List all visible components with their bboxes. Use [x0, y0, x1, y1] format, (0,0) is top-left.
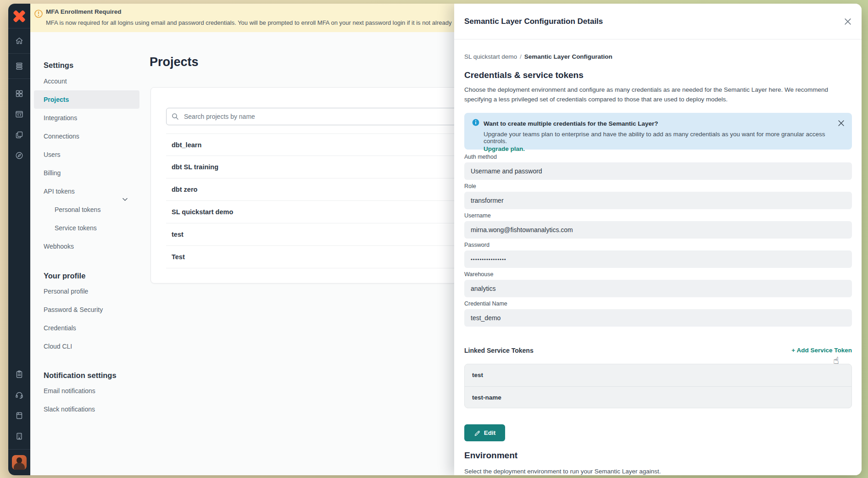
banner-message: MFA is now required for all logins using… — [46, 19, 454, 26]
your-profile-heading: Your profile — [34, 269, 139, 282]
support-headset-icon[interactable] — [8, 384, 30, 405]
info-box-body: Upgrade your teams plan to enterprise an… — [484, 131, 845, 145]
settings-nav: Settings Account Projects Integrations C… — [34, 60, 139, 418]
field-auth-method: Auth method Username and password — [464, 153, 852, 180]
explore-compass-icon[interactable] — [8, 145, 30, 166]
breadcrumb-current: Semantic Layer Configuration — [524, 53, 612, 60]
dbt-logo-icon — [13, 10, 26, 22]
info-icon — [472, 118, 480, 128]
sidebar-item-cloud-cli[interactable]: Cloud CLI — [34, 337, 139, 356]
credentials-section-heading: Credentials & service tokens — [464, 70, 584, 80]
sidebar-item-personal-profile[interactable]: Personal profile — [34, 282, 139, 300]
organization-building-icon[interactable] — [8, 426, 30, 446]
sidebar-item-connections[interactable]: Connections — [34, 127, 139, 145]
token-row-test-name: test-name — [465, 386, 851, 408]
search-box — [166, 108, 460, 125]
deploy-stack-icon[interactable] — [8, 54, 30, 79]
app-window: MFA Enrollment Required MFA is now requi… — [8, 4, 862, 475]
upgrade-plan-link[interactable]: Upgrade plan. — [484, 145, 525, 152]
breadcrumb-separator: / — [517, 53, 524, 60]
dashboard-grid-icon[interactable] — [8, 83, 30, 104]
field-label: Role — [464, 183, 852, 190]
sidebar-item-credentials[interactable]: Credentials — [34, 319, 139, 337]
token-row-test: test — [465, 364, 851, 386]
sidebar-item-integrations[interactable]: Integrations — [34, 109, 139, 127]
pencil-icon — [474, 429, 481, 436]
field-label: Credential Name — [464, 300, 852, 307]
credential-name-value: test_demo — [464, 309, 852, 327]
username-value: mirna.wong@fishtownanalytics.com — [464, 221, 852, 239]
edit-button[interactable]: Edit — [464, 424, 505, 441]
credentials-section-description: Choose the deployment environment and co… — [464, 85, 852, 104]
token-list: test test-name — [464, 364, 852, 408]
settings-heading: Settings — [34, 60, 139, 71]
develop-code-icon[interactable] — [8, 104, 30, 124]
icon-sidebar — [8, 4, 30, 475]
sidebar-item-label: API tokens — [44, 188, 75, 195]
user-avatar[interactable] — [12, 455, 27, 470]
linked-tokens-heading: Linked Service Tokens — [464, 347, 534, 354]
notification-settings-heading: Notification settings — [34, 369, 139, 382]
panel-title: Semantic Layer Configuration Details — [464, 4, 603, 39]
credential-fields: Auth method Username and password Role t… — [464, 153, 852, 329]
dbt-logo[interactable] — [8, 4, 30, 28]
close-button[interactable] — [842, 16, 853, 27]
sidebar-item-projects[interactable]: Projects — [34, 90, 139, 109]
field-username: Username mirna.wong@fishtownanalytics.co… — [464, 212, 852, 239]
sidebar-item-service-tokens[interactable]: Service tokens — [34, 219, 139, 237]
edit-button-label: Edit — [484, 429, 496, 436]
breadcrumb: SL quickstart demo/Semantic Layer Config… — [464, 53, 612, 60]
sidebar-bottom-group — [8, 364, 30, 475]
environment-heading: Environment — [464, 450, 517, 461]
banner-title: MFA Enrollment Required — [46, 8, 122, 15]
search-icon — [171, 112, 179, 121]
linked-tokens-header: Linked Service Tokens + Add Service Toke… — [464, 347, 852, 356]
warehouse-value: analytics — [464, 280, 852, 297]
field-role: Role transformer — [464, 183, 852, 209]
desktop-background: MFA Enrollment Required MFA is now requi… — [0, 0, 868, 478]
breadcrumb-parent[interactable]: SL quickstart demo — [464, 53, 517, 60]
field-label: Auth method — [464, 153, 852, 161]
field-credential-name: Credential Name test_demo — [464, 300, 852, 327]
home-icon[interactable] — [8, 28, 30, 54]
mfa-banner: MFA Enrollment Required MFA is now requi… — [30, 4, 457, 32]
role-value: transformer — [464, 192, 852, 209]
close-icon — [838, 120, 844, 126]
sidebar-item-api-tokens[interactable]: API tokens — [34, 182, 139, 200]
field-label: Warehouse — [464, 271, 852, 278]
auth-method-value: Username and password — [464, 162, 852, 180]
info-box-title: Want to create multiple credentials for … — [484, 120, 658, 127]
avatar-body — [14, 463, 25, 470]
sidebar-item-slack-notifications[interactable]: Slack notifications — [34, 400, 139, 418]
panel-header: Semantic Layer Configuration Details — [454, 4, 862, 39]
password-value: •••••••••••••••• — [464, 250, 852, 268]
semantic-layer-panel: Semantic Layer Configuration Details SL … — [454, 4, 862, 475]
page-title: Projects — [150, 55, 199, 69]
sidebar-item-webhooks[interactable]: Webhooks — [34, 237, 139, 256]
field-warehouse: Warehouse analytics — [464, 271, 852, 297]
sidebar-item-email-notifications[interactable]: Email notifications — [34, 382, 139, 400]
field-password: Password •••••••••••••••• — [464, 241, 852, 268]
upgrade-info-box: Want to create multiple credentials for … — [464, 113, 852, 150]
notes-clipboard-icon[interactable] — [8, 364, 30, 384]
add-service-token-button[interactable]: + Add Service Token — [791, 347, 852, 354]
sidebar-item-billing[interactable]: Billing — [34, 164, 139, 182]
sidebar-item-password-security[interactable]: Password & Security — [34, 300, 139, 319]
duplicate-icon[interactable] — [8, 124, 30, 145]
sidebar-item-users[interactable]: Users — [34, 145, 139, 164]
docs-book-icon[interactable] — [8, 405, 30, 426]
environment-description: Select the deployment environment to run… — [464, 467, 852, 475]
close-icon — [845, 18, 851, 25]
search-input[interactable] — [166, 108, 460, 125]
field-label: Username — [464, 212, 852, 219]
field-label: Password — [464, 241, 852, 249]
sidebar-item-personal-tokens[interactable]: Personal tokens — [34, 200, 139, 219]
sidebar-item-account[interactable]: Account — [34, 72, 139, 90]
info-close-button[interactable] — [836, 118, 846, 128]
warning-icon — [34, 9, 43, 20]
